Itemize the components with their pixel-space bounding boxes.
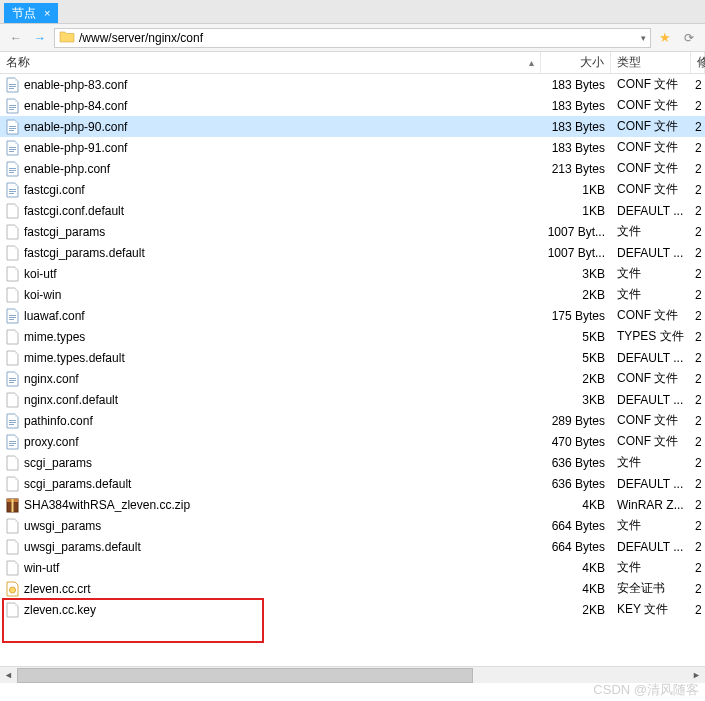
file-date: 2: [691, 414, 705, 428]
file-size: 3KB: [541, 267, 611, 281]
file-type: 文件: [611, 223, 691, 240]
file-row[interactable]: fastcgi.conf.default1KBDEFAULT ...2: [0, 200, 705, 221]
file-icon: [4, 350, 20, 366]
file-row[interactable]: fastcgi_params.default1007 Byt...DEFAULT…: [0, 242, 705, 263]
file-row[interactable]: fastcgi_params1007 Byt...文件2: [0, 221, 705, 242]
file-row[interactable]: enable-php-91.conf183 BytesCONF 文件2: [0, 137, 705, 158]
file-name: enable-php-84.conf: [24, 99, 541, 113]
file-type: WinRAR Z...: [611, 498, 691, 512]
file-type: DEFAULT ...: [611, 351, 691, 365]
file-row[interactable]: enable-php-83.conf183 BytesCONF 文件2: [0, 74, 705, 95]
file-type: DEFAULT ...: [611, 540, 691, 554]
svg-rect-0: [9, 84, 16, 85]
file-date: 2: [691, 393, 705, 407]
file-type: CONF 文件: [611, 76, 691, 93]
file-name: uwsgi_params: [24, 519, 541, 533]
file-row[interactable]: scgi_params636 Bytes文件2: [0, 452, 705, 473]
file-row[interactable]: enable-php-84.conf183 BytesCONF 文件2: [0, 95, 705, 116]
file-date: 2: [691, 582, 705, 596]
svg-rect-27: [9, 441, 16, 442]
file-row[interactable]: zleven.cc.crt4KB安全证书2: [0, 578, 705, 599]
file-type: CONF 文件: [611, 412, 691, 429]
file-row[interactable]: mime.types5KBTYPES 文件2: [0, 326, 705, 347]
file-icon: [4, 392, 20, 408]
file-row[interactable]: luawaf.conf175 BytesCONF 文件2: [0, 305, 705, 326]
folder-icon: [59, 30, 75, 46]
scroll-thumb[interactable]: [17, 668, 473, 683]
favorite-button[interactable]: ★: [655, 29, 675, 47]
svg-rect-6: [9, 126, 16, 127]
header-type[interactable]: 类型: [611, 52, 691, 73]
file-name: pathinfo.conf: [24, 414, 541, 428]
svg-rect-24: [9, 420, 16, 421]
scroll-left-button[interactable]: ◄: [0, 667, 17, 684]
tab-label: 节点: [12, 5, 36, 22]
file-row[interactable]: SHA384withRSA_zleven.cc.zip4KBWinRAR Z..…: [0, 494, 705, 515]
file-name: win-utf: [24, 561, 541, 575]
file-row[interactable]: pathinfo.conf289 BytesCONF 文件2: [0, 410, 705, 431]
file-type: 文件: [611, 454, 691, 471]
svg-rect-32: [11, 499, 13, 512]
file-row[interactable]: zleven.cc.key2KBKEY 文件2: [0, 599, 705, 620]
file-name: nginx.conf.default: [24, 393, 541, 407]
file-name: mime.types.default: [24, 351, 541, 365]
file-row[interactable]: mime.types.default5KBDEFAULT ...2: [0, 347, 705, 368]
file-name: mime.types: [24, 330, 541, 344]
header-date[interactable]: 修: [691, 52, 705, 73]
file-row[interactable]: enable-php-90.conf183 BytesCONF 文件2: [0, 116, 705, 137]
file-icon: [4, 245, 20, 261]
tab-bar: 节点 ×: [0, 0, 705, 24]
file-type: CONF 文件: [611, 139, 691, 156]
file-row[interactable]: koi-win2KB文件2: [0, 284, 705, 305]
file-icon: [4, 518, 20, 534]
refresh-button[interactable]: ⟳: [679, 29, 699, 47]
header-size[interactable]: 大小: [541, 52, 611, 73]
sort-icon: ▴: [529, 57, 534, 68]
file-row[interactable]: uwsgi_params664 Bytes文件2: [0, 515, 705, 536]
file-size: 183 Bytes: [541, 141, 611, 155]
file-size: 5KB: [541, 330, 611, 344]
svg-rect-7: [9, 128, 16, 129]
file-row[interactable]: fastcgi.conf1KBCONF 文件2: [0, 179, 705, 200]
file-date: 2: [691, 603, 705, 617]
file-name: enable-php-90.conf: [24, 120, 541, 134]
forward-button[interactable]: →: [30, 29, 50, 47]
svg-rect-1: [9, 86, 16, 87]
svg-rect-15: [9, 189, 16, 190]
file-row[interactable]: nginx.conf2KBCONF 文件2: [0, 368, 705, 389]
file-name: fastcgi_params: [24, 225, 541, 239]
file-date: 2: [691, 204, 705, 218]
tab-node[interactable]: 节点 ×: [4, 3, 58, 23]
scroll-track[interactable]: [17, 667, 688, 684]
svg-rect-28: [9, 443, 16, 444]
file-name: koi-win: [24, 288, 541, 302]
file-row[interactable]: uwsgi_params.default664 BytesDEFAULT ...…: [0, 536, 705, 557]
file-type: DEFAULT ...: [611, 246, 691, 260]
header-name[interactable]: 名称 ▴: [0, 52, 541, 73]
file-size: 183 Bytes: [541, 99, 611, 113]
back-button[interactable]: ←: [6, 29, 26, 47]
file-date: 2: [691, 141, 705, 155]
svg-rect-12: [9, 168, 16, 169]
file-name: zleven.cc.crt: [24, 582, 541, 596]
svg-rect-8: [9, 130, 14, 131]
dropdown-icon[interactable]: ▾: [641, 33, 646, 43]
svg-rect-29: [9, 445, 14, 446]
close-icon[interactable]: ×: [44, 7, 50, 19]
file-date: 2: [691, 267, 705, 281]
file-icon: [4, 371, 20, 387]
file-row[interactable]: proxy.conf470 BytesCONF 文件2: [0, 431, 705, 452]
svg-rect-18: [9, 315, 16, 316]
file-row[interactable]: enable-php.conf213 BytesCONF 文件2: [0, 158, 705, 179]
file-date: 2: [691, 225, 705, 239]
file-type: 文件: [611, 559, 691, 576]
file-date: 2: [691, 78, 705, 92]
path-input[interactable]: /www/server/nginx/conf ▾: [54, 28, 651, 48]
file-name: enable-php-91.conf: [24, 141, 541, 155]
file-date: 2: [691, 162, 705, 176]
file-row[interactable]: win-utf4KB文件2: [0, 557, 705, 578]
file-row[interactable]: koi-utf3KB文件2: [0, 263, 705, 284]
file-row[interactable]: scgi_params.default636 BytesDEFAULT ...2: [0, 473, 705, 494]
file-row[interactable]: nginx.conf.default3KBDEFAULT ...2: [0, 389, 705, 410]
file-icon: [4, 77, 20, 93]
